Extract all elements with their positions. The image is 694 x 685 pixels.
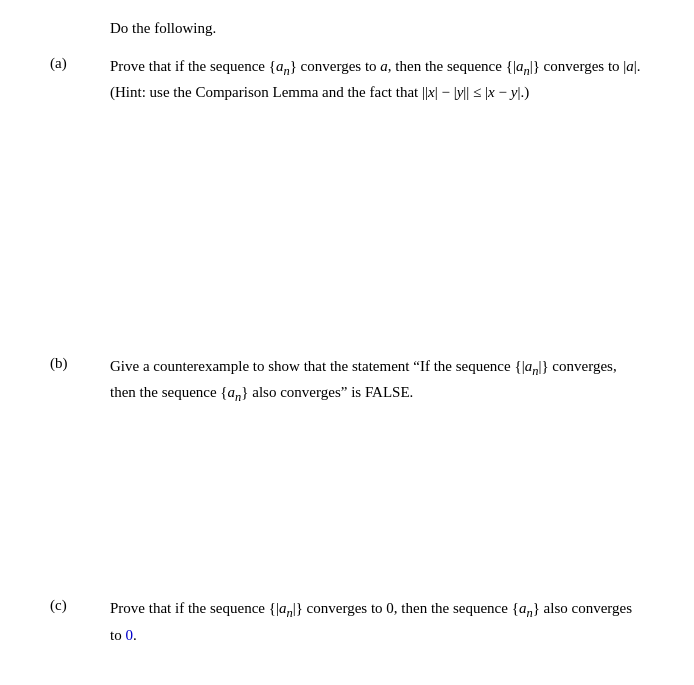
part-a-body: Prove that if the sequence {an} converge…: [110, 58, 641, 100]
part-b-label: (b): [50, 355, 110, 372]
intro-text: Do the following.: [110, 20, 216, 36]
part-c-body: Prove that if the sequence {|an|} conver…: [110, 600, 632, 642]
spacer-b: [50, 417, 644, 597]
part-c: (c) Prove that if the sequence {|an|} co…: [50, 597, 644, 647]
part-b-text: Give a counterexample to show that the s…: [110, 355, 644, 408]
part-a: (a) Prove that if the sequence {an} conv…: [50, 55, 644, 105]
part-b-body: Give a counterexample to show that the s…: [110, 358, 617, 400]
page-content: Do the following. (a) Prove that if the …: [50, 20, 644, 647]
part-a-label: (a): [50, 55, 110, 72]
part-c-label: (c): [50, 597, 110, 614]
spacer-a: [50, 115, 644, 355]
part-c-text: Prove that if the sequence {|an|} conver…: [110, 597, 644, 647]
intro-line: Do the following.: [110, 20, 644, 37]
part-b: (b) Give a counterexample to show that t…: [50, 355, 644, 408]
part-a-text: Prove that if the sequence {an} converge…: [110, 55, 644, 105]
